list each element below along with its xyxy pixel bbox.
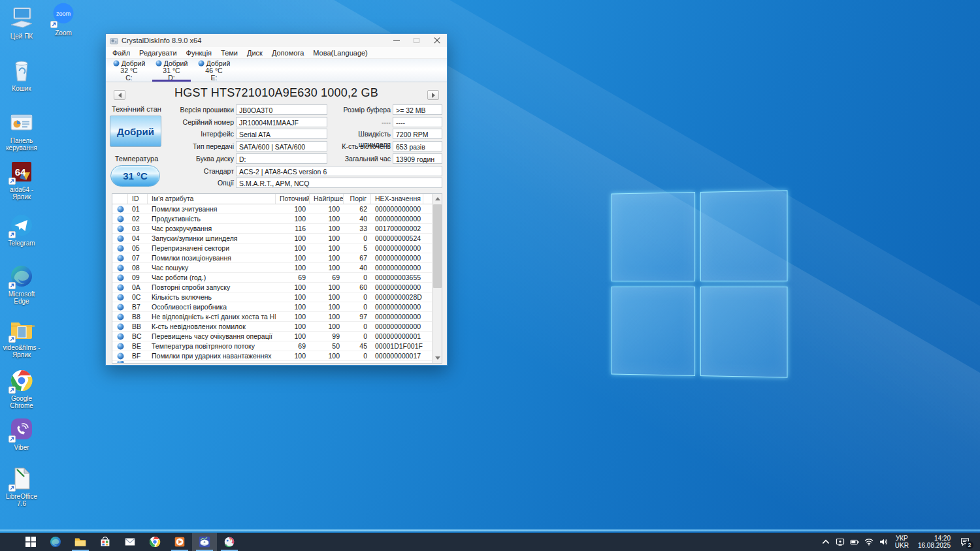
- titlebar[interactable]: CrystalDiskInfo 8.9.0 x64: [106, 34, 447, 47]
- column-header-1[interactable]: Ім'я атрибута: [148, 194, 276, 204]
- table-row-07[interactable]: 07Помилки позиціонування1001006700000000…: [112, 253, 442, 263]
- row-status-orb-icon: [112, 244, 128, 253]
- tray-battery-icon[interactable]: [847, 533, 862, 551]
- taskbar-app-crystaldiskinfo[interactable]: [192, 533, 217, 551]
- taskbar-app-mail[interactable]: [118, 533, 142, 551]
- column-header-5[interactable]: HEX-значення: [371, 194, 423, 204]
- drive-tab-D[interactable]: Добрий31 °CD:: [150, 59, 193, 82]
- column-header-3[interactable]: Найгірше: [310, 194, 344, 204]
- cell-1: Час пошуку: [148, 263, 276, 272]
- menu-item-3[interactable]: Теми: [216, 49, 242, 57]
- table-row-02[interactable]: 02Продуктивність10010040000000000000: [112, 214, 442, 224]
- table-row-partial: [112, 361, 442, 364]
- tray-speaker-icon[interactable]: [876, 533, 890, 551]
- taskbar-app-films-tv[interactable]: [167, 533, 192, 551]
- desktop-icon-libreoffice[interactable]: LibreOffice 7.6: [1, 465, 42, 507]
- desktop-icon-aida64[interactable]: 64aida64 - Ярлик: [1, 159, 42, 200]
- scroll-up-button[interactable]: [433, 194, 442, 204]
- field-value-3[interactable]: SATA/600 | SATA/600: [236, 141, 327, 151]
- field-label: Стандарт: [166, 166, 234, 176]
- store-icon: [99, 535, 112, 548]
- drive-tab-E[interactable]: Добрий46 °CE:: [193, 59, 235, 82]
- field-value-4[interactable]: D:: [236, 153, 327, 164]
- taskbar-app-edge[interactable]: [43, 533, 68, 551]
- cell-0: B7: [128, 302, 148, 311]
- desktop-icon-control-panel[interactable]: Панель керування: [1, 110, 42, 151]
- side-field-value-3[interactable]: 653 разів: [393, 141, 442, 151]
- prev-disk-button[interactable]: [114, 90, 125, 100]
- desktop-icon-zoom[interactable]: zoomZoom: [43, 2, 84, 37]
- tray-wifi-icon[interactable]: [862, 533, 876, 551]
- language-indicator[interactable]: УКР UKR: [890, 535, 913, 549]
- cell-1: Особливості виробника: [148, 302, 276, 311]
- table-row-03[interactable]: 03Час розкручування11610033001700000002: [112, 224, 442, 234]
- table-row-05[interactable]: 05Перепризначені сектори1001005000000000…: [112, 244, 442, 253]
- clock[interactable]: 14:20 16.08.2025: [913, 535, 955, 549]
- desktop-icon-folder-videos[interactable]: video&films - Ярлик: [1, 317, 42, 358]
- table-row-01[interactable]: 01Помилки зчитування10010062000000000000: [112, 204, 442, 214]
- menu-item-0[interactable]: Файл: [108, 49, 135, 57]
- minimize-button[interactable]: [386, 34, 406, 47]
- table-row-BB[interactable]: BBК-сть невідновлених помилок10010000000…: [112, 322, 442, 332]
- tray-display-icon[interactable]: [833, 533, 847, 551]
- scroll-thumb[interactable]: [433, 204, 442, 288]
- maximize-button[interactable]: [406, 34, 427, 47]
- field-label: Буква диску: [166, 153, 234, 164]
- column-header-4[interactable]: Поріг: [344, 194, 371, 204]
- close-button[interactable]: [427, 34, 447, 47]
- table-scrollbar[interactable]: [432, 194, 442, 363]
- cell-4: 0: [344, 234, 371, 243]
- menu-item-1[interactable]: Редагувати: [135, 49, 182, 57]
- menu-item-5[interactable]: Допомога: [267, 49, 308, 57]
- desktop-icon-recycle-bin[interactable]: Кошик: [1, 57, 42, 92]
- menu-item-4[interactable]: Диск: [242, 49, 267, 57]
- desktop-icon-viber[interactable]: Viber: [1, 417, 42, 451]
- field-label: Версія прошивки: [166, 104, 234, 115]
- drive-tab-C[interactable]: Добрий32 °CC:: [108, 59, 150, 82]
- side-field-label: Розмір буфера: [328, 104, 391, 115]
- desktop-icon-this-pc[interactable]: Цей ПК: [1, 5, 42, 40]
- menu-item-2[interactable]: Функція: [182, 49, 216, 57]
- table-row-04[interactable]: 04Запуски/зупинки шпинделя10010000000000…: [112, 234, 442, 244]
- field-value-1[interactable]: JR10004M1MAAJF: [236, 117, 327, 127]
- desktop-icon-telegram[interactable]: Telegram: [1, 212, 42, 247]
- table-row-BE[interactable]: BEТемпература повітряного потоку69504500…: [112, 341, 442, 351]
- health-status-button[interactable]: Добрий: [110, 116, 161, 147]
- taskbar-app-store[interactable]: [93, 533, 118, 551]
- column-header-2[interactable]: Поточний: [276, 194, 310, 204]
- table-row-09[interactable]: 09Час роботи (год.)69690000000003655: [112, 273, 442, 283]
- table-row-B7[interactable]: B7Особливості виробника10010000000000000…: [112, 302, 442, 312]
- scroll-down-button[interactable]: [433, 353, 442, 363]
- table-row-08[interactable]: 08Час пошуку10010040000000000000: [112, 263, 442, 273]
- desktop-icon-chrome[interactable]: Google Chrome: [1, 368, 42, 409]
- taskbar-app-chrome[interactable]: [142, 533, 167, 551]
- table-row-BF[interactable]: BFПомилки при ударних навантаженнях10010…: [112, 351, 442, 361]
- tray-chevron-up-icon[interactable]: [819, 533, 833, 551]
- start-button[interactable]: [18, 533, 43, 551]
- side-field-value-4[interactable]: 13909 годин: [393, 153, 442, 164]
- field-value-5[interactable]: ACS-2 | ATA8-ACS version 6: [236, 166, 442, 176]
- cell-1: Продуктивність: [148, 214, 276, 223]
- table-row-0C[interactable]: 0CКількість включень100100000000000028D: [112, 292, 442, 302]
- taskbar-app-explorer[interactable]: [68, 533, 93, 551]
- desktop-icon-edge[interactable]: Microsoft Edge: [1, 263, 42, 305]
- taskbar-app-paint3d[interactable]: [217, 533, 242, 551]
- row-status-orb-icon: [112, 292, 128, 302]
- field-value-2[interactable]: Serial ATA: [236, 129, 327, 139]
- table-row-BC[interactable]: BCПеревищень часу очікування операції100…: [112, 332, 442, 341]
- side-field-value-1[interactable]: ----: [393, 117, 442, 127]
- next-disk-button[interactable]: [427, 90, 439, 100]
- side-field-value-0[interactable]: >= 32 MB: [393, 104, 442, 115]
- table-row-B8[interactable]: B8Не відповідність к-сті даних хоста та …: [112, 312, 442, 322]
- cell-3: 100: [310, 224, 344, 233]
- field-value-6[interactable]: S.M.A.R.T., APM, NCQ: [236, 178, 442, 188]
- temperature-button[interactable]: 31 °C: [110, 165, 160, 187]
- menu-item-6[interactable]: Мова(Language): [308, 49, 372, 57]
- column-header-0[interactable]: ID: [128, 194, 148, 204]
- side-field-value-2[interactable]: 7200 RPM: [393, 129, 442, 139]
- action-center-button[interactable]: 2: [955, 533, 975, 551]
- cell-5: 000000000000: [371, 244, 423, 253]
- table-row-0A[interactable]: 0AПовторні спроби запуску100100600000000…: [112, 283, 442, 292]
- desktop-icon-label: Zoom: [55, 29, 72, 37]
- field-value-0[interactable]: JB0OA3T0: [236, 104, 327, 115]
